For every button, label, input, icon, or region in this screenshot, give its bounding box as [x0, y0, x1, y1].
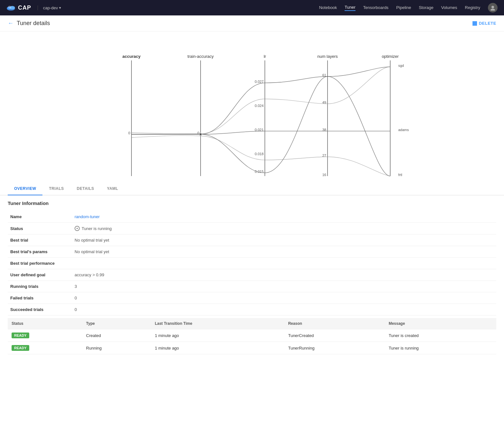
table-row: Best trial performance — [8, 258, 496, 269]
svg-point-31 — [199, 133, 202, 136]
chart-svg: accuracy 0 train-accuracy 0 lr 0.027 0.0… — [6, 35, 498, 182]
field-value-user-goal: accuracy > 0.99 — [72, 269, 496, 281]
tab-overview[interactable]: OVERVIEW — [8, 182, 42, 195]
reason-cell: TunerRunning — [284, 342, 385, 354]
svg-text:num layers: num layers — [317, 54, 338, 59]
field-label-best-trial: Best trial — [8, 235, 72, 246]
page-header: ← Tuner details DELETE — [0, 15, 504, 31]
nav-links: Notebook Tuner Tensorboards Pipeline Sto… — [319, 3, 498, 13]
section-title: Tuner Information — [8, 200, 496, 206]
field-value-status: Tuner is running — [72, 223, 496, 235]
status-cell: READY — [8, 329, 82, 342]
info-table: Name random-tuner Status Tuner is runnin… — [8, 211, 496, 315]
table-row: Status Tuner is running — [8, 223, 496, 235]
nav-bar: CAP cap-dev ▾ Notebook Tuner Tensorboard… — [0, 0, 504, 15]
field-value-best-trial-perf — [72, 258, 496, 269]
status-running: Tuner is running — [75, 226, 494, 231]
table-header-row: Status Type Last Transition Time Reason … — [8, 318, 496, 329]
field-label-user-goal: User defined goal — [8, 269, 72, 281]
nav-link-registry[interactable]: Registry — [465, 5, 480, 11]
nav-link-notebook[interactable]: Notebook — [319, 5, 337, 11]
field-label-best-trial-params: Best trial's params — [8, 246, 72, 258]
field-value-best-trial: No optimal trial yet — [72, 235, 496, 246]
page-title: Tuner details — [17, 20, 50, 27]
tab-yaml[interactable]: YAML — [101, 182, 125, 195]
field-value-name: random-tuner — [72, 211, 496, 223]
nav-link-volumes[interactable]: Volumes — [441, 5, 457, 11]
svg-text:optimizer: optimizer — [382, 54, 399, 59]
svg-text:adams: adams — [398, 128, 409, 132]
nav-link-tensorboards[interactable]: Tensorboards — [363, 5, 389, 11]
col-header-time: Last Transition Time — [151, 318, 284, 329]
field-label-name: Name — [8, 211, 72, 223]
col-header-reason: Reason — [284, 318, 385, 329]
cloud-icon — [6, 4, 15, 11]
svg-text:0.018: 0.018 — [255, 152, 264, 156]
message-cell: Tuner is running — [385, 342, 496, 354]
type-cell: Created — [82, 329, 151, 342]
delete-button[interactable]: DELETE — [473, 21, 496, 26]
svg-text:16: 16 — [322, 173, 326, 177]
svg-text:accuracy: accuracy — [122, 54, 141, 59]
table-row: Best trial's params No optimal trial yet — [8, 246, 496, 258]
status-badge-ready: READY — [12, 333, 29, 338]
svg-point-4 — [491, 6, 494, 8]
delete-icon — [473, 21, 477, 26]
field-value-best-trial-params: No optimal trial yet — [72, 246, 496, 258]
status-table: Status Type Last Transition Time Reason … — [8, 318, 496, 354]
type-cell: Running — [82, 342, 151, 354]
back-button[interactable]: ← — [8, 20, 14, 27]
col-header-message: Message — [385, 318, 496, 329]
nav-link-storage[interactable]: Storage — [419, 5, 434, 11]
tab-trials[interactable]: TRIALS — [42, 182, 70, 195]
reason-cell: TunerCreated — [284, 329, 385, 342]
svg-text:sgd: sgd — [398, 64, 404, 67]
main-content: Tuner Information Name random-tuner Stat… — [0, 195, 504, 360]
tabs-row: OVERVIEW TRIALS DETAILS YAML — [0, 182, 504, 195]
time-cell: 1 minute ago — [151, 342, 284, 354]
status-text: Tuner is running — [82, 226, 112, 231]
status-cell: READY — [8, 342, 82, 354]
status-badge-ready-2: READY — [12, 345, 29, 351]
field-label-running-trials: Running trials — [8, 281, 72, 292]
name-value: random-tuner — [75, 214, 100, 219]
table-row: Running trials 3 — [8, 281, 496, 292]
avatar[interactable] — [488, 3, 498, 13]
nav-project[interactable]: cap-dev ▾ — [38, 5, 61, 10]
svg-text:0: 0 — [128, 131, 130, 135]
message-cell: Tuner is created — [385, 329, 496, 342]
field-value-succeeded-trials: 0 — [72, 304, 496, 315]
delete-label: DELETE — [479, 21, 496, 26]
tab-details[interactable]: DETAILS — [70, 182, 101, 195]
svg-text:0.024: 0.024 — [255, 104, 264, 108]
field-label-best-trial-perf: Best trial performance — [8, 258, 72, 269]
nav-link-pipeline[interactable]: Pipeline — [396, 5, 411, 11]
svg-text:frtl: frtl — [398, 173, 402, 177]
table-row: User defined goal accuracy > 0.99 — [8, 269, 496, 281]
table-row: Name random-tuner — [8, 211, 496, 223]
col-header-status: Status — [8, 318, 82, 329]
field-label-failed-trials: Failed trials — [8, 292, 72, 304]
field-value-running-trials: 3 — [72, 281, 496, 292]
nav-link-tuner[interactable]: Tuner — [345, 5, 355, 11]
logo-text: CAP — [18, 4, 31, 11]
field-value-failed-trials: 0 — [72, 292, 496, 304]
time-cell: 1 minute ago — [151, 329, 284, 342]
clock-icon — [75, 226, 80, 231]
project-name: cap-dev — [43, 5, 58, 10]
parallel-coords-chart: accuracy 0 train-accuracy 0 lr 0.027 0.0… — [0, 31, 504, 182]
nav-logo: CAP — [6, 4, 31, 11]
page-title-row: ← Tuner details — [8, 20, 50, 27]
field-label-succeeded-trials: Succeeded trials — [8, 304, 72, 315]
table-row: READY Created 1 minute ago TunerCreated … — [8, 329, 496, 342]
svg-point-3 — [8, 6, 11, 9]
svg-point-5 — [491, 9, 495, 11]
table-row: Succeeded trials 0 — [8, 304, 496, 315]
col-header-type: Type — [82, 318, 151, 329]
chevron-down-icon: ▾ — [59, 6, 61, 10]
svg-text:train-accuracy: train-accuracy — [187, 54, 214, 59]
table-row: Best trial No optimal trial yet — [8, 235, 496, 246]
svg-text:lr: lr — [264, 54, 266, 59]
table-row: Failed trials 0 — [8, 292, 496, 304]
table-row: READY Running 1 minute ago TunerRunning … — [8, 342, 496, 354]
